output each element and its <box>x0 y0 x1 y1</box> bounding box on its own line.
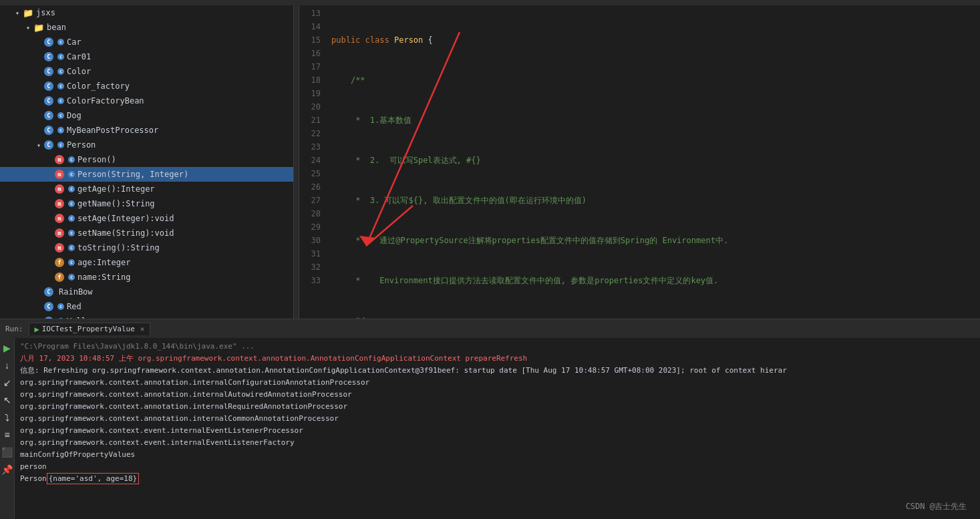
sidebar-label-getage: getAge():Integer <box>77 184 155 194</box>
sidebar-label-colorfactorybean: ColorFactoryBean <box>67 96 144 106</box>
class-icon-mybeanpostprocessor: C <box>44 126 53 135</box>
code-content[interactable]: public class Person { /** * 1.基本数值 * 2. … <box>326 5 980 319</box>
console-line-2: 信息: Refreshing org.springframework.conte… <box>20 365 975 377</box>
sidebar-item-getage[interactable]: m c getAge():Integer <box>0 182 293 196</box>
sidebar-item-setage[interactable]: m c setAge(Integer):void <box>0 211 293 226</box>
console-line-6: org.springframework.context.annotation.i… <box>20 413 975 425</box>
sidebar-item-getname[interactable]: m c getName():String <box>0 196 293 211</box>
run-label: Run: <box>5 325 23 333</box>
sidebar-label-car: Car <box>67 37 81 47</box>
sidebar-label-setname: setName(String):void <box>77 228 174 238</box>
modifier-icon-name: c <box>68 274 75 281</box>
code-editor: 13 14 15 16 17 18 19 20 21 22 23 24 25 2… <box>299 5 980 319</box>
code-line-13: public class Person { <box>331 33 980 47</box>
modifier-icon-car: c <box>57 39 64 45</box>
modifier-icon-dog: c <box>57 112 64 119</box>
sidebar-label-name-field: name:String <box>77 273 130 282</box>
sidebar-item-bean[interactable]: 📁 bean <box>0 20 293 35</box>
console-line-11: Person{name='asd', age=18} <box>20 473 975 485</box>
stop-button[interactable]: ⬛ <box>0 445 15 460</box>
sidebar-label-mybeanpostprocessor: MyBeanPostProcessor <box>67 126 158 135</box>
console-line-3: org.springframework.context.annotation.i… <box>20 377 975 389</box>
sidebar-item-person[interactable]: C c Person <box>0 138 293 152</box>
sidebar-item-colorfactorybean[interactable]: C c ColorFactoryBean <box>0 94 293 108</box>
console-line-0: "C:\Program Files\Java\jdk1.8.0_144\bin\… <box>20 341 975 353</box>
arrow-bean <box>24 23 32 31</box>
field-icon-name: f <box>55 273 64 282</box>
bottom-panel-inner: ▶ ↓ ↙ ↖ ⤵ ≡ ⬛ 📌 "C:\Program Files\Java\j… <box>0 338 980 519</box>
method-icon-tostring: m <box>55 243 64 252</box>
run-tab[interactable]: ▶ IOCTest_PropertyValue ✕ <box>29 323 151 335</box>
folder-icon-jsxs: 📁 <box>23 8 33 18</box>
modifier-icon-red: c <box>57 303 64 310</box>
method-icon-getage: m <box>55 184 64 194</box>
sidebar-item-jsxs[interactable]: 📁 jsxs <box>0 5 293 20</box>
run-to-cursor-button[interactable]: ⤵ <box>0 410 15 425</box>
method-icon-getname: m <box>55 199 64 208</box>
console-line-7: org.springframework.context.event.intern… <box>20 425 975 437</box>
sidebar-label-red: Red <box>67 302 81 311</box>
code-area: 13 14 15 16 17 18 19 20 21 22 23 24 25 2… <box>299 5 980 319</box>
class-icon-red: C <box>44 302 53 311</box>
class-icon-car: C <box>44 37 53 47</box>
sidebar-item-dog[interactable]: C c Dog <box>0 108 293 123</box>
sidebar-item-person-ctor2[interactable]: m c Person(String, Integer) <box>0 167 293 182</box>
console-line-10: person <box>20 461 975 473</box>
code-line-15: * 1.基本数值 <box>331 114 980 127</box>
sidebar-item-red[interactable]: C c Red <box>0 299 293 314</box>
sidebar-item-car[interactable]: C c Car <box>0 35 293 49</box>
play-button[interactable]: ▶ <box>0 341 15 355</box>
sidebar-item-color-factory[interactable]: C c Color_factory <box>0 79 293 94</box>
run-tab-label: IOCTest_PropertyValue <box>42 325 135 333</box>
step-into-button[interactable]: ↙ <box>0 375 15 390</box>
svg-line-0 <box>366 32 460 246</box>
sidebar-item-color[interactable]: C c Color <box>0 64 293 79</box>
sidebar-label-person-ctor: Person() <box>77 155 116 164</box>
modifier-icon-person: c <box>57 142 64 148</box>
modifier-icon-getname: c <box>68 200 75 207</box>
class-icon-rainbow: C <box>44 287 53 297</box>
field-icon-age: f <box>55 258 64 267</box>
modifier-icon-setname: c <box>68 230 75 236</box>
console-output[interactable]: "C:\Program Files\Java\jdk1.8.0_144\bin\… <box>15 338 980 519</box>
code-line-17: * 3. 可以写${}, 取出配置文件中的值(即在运行环境中的值) <box>331 194 980 207</box>
modifier-icon-age: c <box>68 259 75 266</box>
watermark: CSDN @吉士先生 <box>906 501 967 512</box>
sidebar-item-tostring[interactable]: m c toString():String <box>0 240 293 255</box>
modifier-icon-getage: c <box>68 186 75 192</box>
modifier-icon-car01: c <box>57 53 64 60</box>
sidebar-item-setname[interactable]: m c setName(String):void <box>0 226 293 240</box>
sidebar-item-person-ctor[interactable]: m c Person() <box>0 152 293 167</box>
sidebar-item-mybeanpostprocessor[interactable]: C c MyBeanPostProcessor <box>0 123 293 138</box>
method-icon-person-ctor2: m <box>55 170 64 179</box>
main-area: 📁 jsxs 📁 bean C c Car C c Car01 C c Co <box>0 5 980 319</box>
console-line-8: org.springframework.context.event.intern… <box>20 437 975 449</box>
sidebar-item-age[interactable]: f c age:Integer <box>0 255 293 270</box>
method-icon-setname: m <box>55 228 64 238</box>
modifier-icon-colorfactorybean: c <box>57 98 64 104</box>
console-line-5: org.springframework.context.annotation.i… <box>20 401 975 413</box>
modifier-icon-person-ctor: c <box>68 156 75 163</box>
run-tab-close[interactable]: ✕ <box>140 325 145 333</box>
modifier-icon-tostring: c <box>68 244 75 251</box>
sidebar-item-yellow[interactable]: C c Yellow <box>0 314 293 319</box>
step-out-button[interactable]: ↖ <box>0 393 15 407</box>
sidebar-item-rainbow[interactable]: C RainBow <box>0 285 293 299</box>
arrow-person <box>35 141 43 149</box>
evaluate-button[interactable]: ≡ <box>0 427 15 442</box>
run-toolbar: ▶ ↓ ↙ ↖ ⤵ ≡ ⬛ 📌 <box>0 338 15 519</box>
modifier-icon-person-ctor2: c <box>68 171 75 178</box>
method-icon-setage: m <box>55 214 64 223</box>
sidebar-item-car01[interactable]: C c Car01 <box>0 49 293 64</box>
sidebar-label-rainbow: RainBow <box>59 287 93 297</box>
step-over-button[interactable]: ↓ <box>0 358 15 373</box>
sidebar-label-dog: Dog <box>67 111 81 120</box>
class-icon-color-factory: C <box>44 81 53 91</box>
sidebar-item-name-field[interactable]: f c name:String <box>0 270 293 285</box>
pin-button[interactable]: 📌 <box>0 462 15 477</box>
sidebar-label-person-ctor2: Person(String, Integer) <box>77 170 188 179</box>
sidebar-scrollbar[interactable] <box>294 5 299 319</box>
sidebar: 📁 jsxs 📁 bean C c Car C c Car01 C c Co <box>0 5 294 319</box>
code-line-18: * 通过@PropertySource注解将properties配置文件中的值存… <box>331 234 980 247</box>
sidebar-label-jsxs: jsxs <box>36 8 55 17</box>
